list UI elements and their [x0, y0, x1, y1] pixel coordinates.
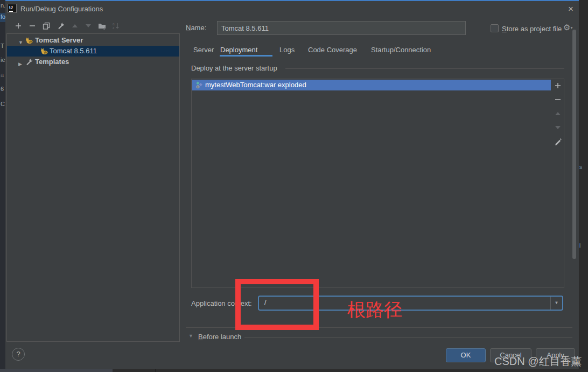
chevron-down-icon: ▾: [570, 25, 572, 30]
tree-item-tomcat-8-5-611[interactable]: Tomcat 8.5.611: [7, 46, 179, 57]
close-button[interactable]: ×: [564, 3, 577, 15]
deploy-section-title: Deploy at the server startup: [191, 64, 277, 72]
remove-icon: [29, 22, 36, 30]
before-launch-header[interactable]: Before launch: [198, 333, 241, 341]
add-icon: [15, 22, 22, 30]
annotation-box: [235, 279, 319, 330]
tree-item-tomcat-server[interactable]: ▼ Tomcat Server: [7, 35, 179, 46]
background-statusbar-strip: [0, 369, 588, 372]
tab-logs[interactable]: Logs: [279, 44, 295, 56]
tomcat-icon: [25, 37, 33, 44]
edit-templates-icon: [57, 22, 65, 30]
sort-configurations-button[interactable]: a z: [111, 21, 121, 31]
background-left-strip: n. fo T ie a 6 C: [0, 0, 5, 372]
section-divider: [285, 68, 564, 69]
tab-server[interactable]: Server: [193, 44, 214, 56]
help-button[interactable]: ?: [12, 348, 25, 361]
dialog-title: Run/Debug Configurations: [20, 5, 103, 13]
sort-alphabetically-icon: a z: [112, 22, 120, 30]
edit-icon: [554, 138, 562, 145]
configurations-tree: ▼ Tomcat Server Tomcat 8.5.611 ▶: [6, 33, 180, 342]
gear-icon: ⚙: [563, 23, 570, 32]
tab-deployment[interactable]: Deployment: [220, 44, 257, 56]
vertical-scrollbar[interactable]: [572, 30, 576, 259]
move-up-icon: [71, 22, 79, 30]
add-configuration-button[interactable]: [13, 21, 23, 31]
tree-item-templates[interactable]: ▶ Templates: [7, 57, 179, 67]
chevron-collapsed-icon: ▶: [18, 59, 22, 69]
chevron-down-icon: ▼: [555, 300, 559, 305]
remove-icon: [554, 96, 562, 103]
selected-tab-underline: [220, 55, 272, 57]
background-highlight-line: fo: [0, 13, 5, 22]
edit-templates-button[interactable]: [56, 21, 66, 31]
help-icon: ?: [16, 350, 20, 358]
edit-artifact-button[interactable]: [554, 137, 562, 146]
move-up-button[interactable]: [70, 21, 80, 31]
artifact-list-item[interactable]: mytestWebTomcat:war exploded: [192, 80, 551, 90]
move-down-icon: [554, 124, 562, 131]
before-launch-divider: [244, 337, 572, 338]
name-label: Name:: [186, 24, 206, 32]
remove-configuration-button[interactable]: [27, 21, 37, 31]
store-as-project-file-label: Store as project file: [502, 25, 562, 33]
annotation-label: 根路径: [347, 298, 402, 322]
new-folder-icon: [98, 22, 106, 30]
move-up-icon: [554, 110, 562, 117]
name-input[interactable]: [217, 21, 466, 35]
add-icon: [554, 82, 562, 89]
add-artifact-button[interactable]: [554, 81, 562, 90]
move-down-icon: [85, 22, 92, 30]
move-artifact-down-button[interactable]: [554, 123, 562, 132]
artifact-exploded-war-icon: [195, 81, 203, 89]
copy-configuration-button[interactable]: [41, 21, 51, 31]
watermark: CSDN @红目香薰: [494, 354, 582, 369]
svg-text:z: z: [113, 26, 114, 30]
move-artifact-up-button[interactable]: [554, 109, 562, 118]
copy-icon: [43, 22, 50, 30]
store-as-project-file-checkbox[interactable]: [491, 24, 499, 32]
intellij-logo-icon: IJ: [8, 4, 17, 13]
chevron-expanded-icon: ▼: [188, 333, 193, 339]
remove-artifact-button[interactable]: [554, 95, 562, 104]
artifacts-list-panel: mytestWebTomcat:war exploded: [191, 79, 564, 288]
tomcat-icon: [40, 47, 48, 55]
close-icon: ×: [568, 4, 573, 14]
new-folder-button[interactable]: [97, 21, 107, 31]
store-settings-button[interactable]: ⚙▾: [563, 23, 572, 32]
wrench-icon: [25, 58, 33, 66]
tab-code-coverage[interactable]: Code Coverage: [308, 44, 357, 56]
svg-text:a: a: [113, 22, 115, 26]
combobox-dropdown-button[interactable]: ▼: [550, 297, 562, 310]
background-right-strip: s l: [579, 0, 588, 372]
move-down-button[interactable]: [83, 21, 93, 31]
ok-button[interactable]: OK: [446, 348, 486, 362]
tab-startup-connection[interactable]: Startup/Connection: [371, 44, 431, 56]
